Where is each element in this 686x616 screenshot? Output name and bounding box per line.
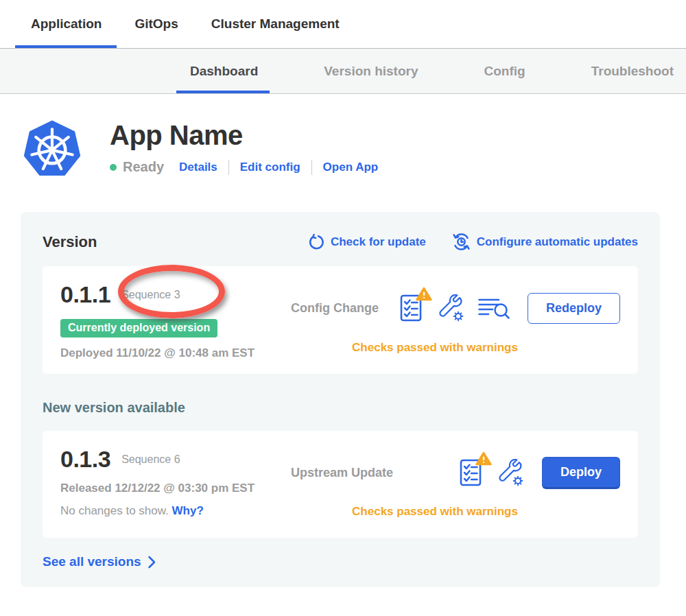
version-heading: Version: [43, 233, 97, 251]
view-files-icon[interactable]: [478, 296, 510, 320]
warning-triangle-icon: [416, 287, 432, 301]
currently-deployed-badge: Currently deployed version: [60, 319, 217, 337]
configure-automatic-updates-label: Configure automatic updates: [477, 235, 638, 249]
open-app-link[interactable]: Open App: [323, 161, 379, 174]
deployed-timestamp: Deployed 11/10/22 @ 10:48 am EST: [60, 346, 291, 360]
primary-nav: Application GitOps Cluster Management: [0, 0, 686, 48]
divider: [228, 160, 229, 175]
tab-application[interactable]: Application: [31, 0, 102, 48]
preflight-status-message: Checks passed with warnings: [291, 341, 620, 355]
deploy-button[interactable]: Deploy: [542, 457, 620, 489]
config-wrench-icon[interactable]: [437, 294, 464, 322]
new-version-heading: New version available: [43, 400, 638, 416]
version-card: Version Check for update Configure: [21, 212, 660, 587]
check-for-update-button[interactable]: Check for update: [308, 234, 426, 250]
page-title: App Name: [110, 120, 378, 151]
see-all-versions-label: See all versions: [43, 554, 141, 569]
refresh-icon: [308, 234, 324, 250]
app-status: Ready: [123, 159, 164, 175]
why-link[interactable]: Why?: [172, 504, 204, 517]
available-version-number: 0.1.3: [60, 446, 110, 473]
available-version-source: Upstream Update: [291, 466, 442, 480]
tab-dashboard[interactable]: Dashboard: [190, 49, 258, 93]
ready-status-dot: [110, 164, 117, 171]
config-wrench-icon[interactable]: [497, 459, 524, 486]
app-header: App Name Ready Details Edit config Open …: [21, 117, 686, 180]
divider: [311, 160, 312, 175]
kubernetes-logo: [21, 117, 84, 180]
preflight-checks-icon[interactable]: [400, 294, 423, 322]
configure-automatic-updates-button[interactable]: Configure automatic updates: [452, 233, 638, 251]
see-all-versions-link[interactable]: See all versions: [43, 554, 638, 569]
check-for-update-label: Check for update: [331, 235, 426, 249]
warning-triangle-icon: [475, 451, 492, 466]
redeploy-button[interactable]: Redeploy: [528, 293, 620, 324]
preflight-status-message: Checks passed with warnings: [291, 505, 620, 519]
app-sub-nav: Dashboard Version history Config Trouble…: [0, 48, 686, 94]
current-version-source: Config Change: [291, 301, 382, 316]
tab-troubleshoot[interactable]: Troubleshoot: [591, 49, 674, 93]
available-sequence-label: Sequence 6: [121, 453, 180, 466]
preflight-checks-icon[interactable]: [460, 458, 483, 487]
tab-config[interactable]: Config: [484, 49, 525, 93]
tab-version-history[interactable]: Version history: [324, 49, 418, 93]
current-version-number: 0.1.1: [60, 281, 110, 308]
released-timestamp: Released 12/12/22 @ 03:30 pm EST: [60, 482, 291, 495]
edit-config-link[interactable]: Edit config: [240, 161, 300, 174]
chevron-right-icon: [147, 556, 156, 569]
current-sequence-label: Sequence 3: [121, 289, 180, 301]
auto-update-clock-icon: [452, 233, 471, 251]
diff-summary: No changes to show.: [60, 504, 169, 517]
details-link[interactable]: Details: [179, 161, 217, 174]
available-version-row: 0.1.3 Sequence 6 Released 12/12/22 @ 03:…: [43, 431, 638, 538]
tab-gitops[interactable]: GitOps: [134, 0, 178, 48]
tab-cluster-management[interactable]: Cluster Management: [211, 0, 340, 48]
current-version-row: 0.1.1 Sequence 3 Currently deployed vers…: [43, 266, 638, 374]
